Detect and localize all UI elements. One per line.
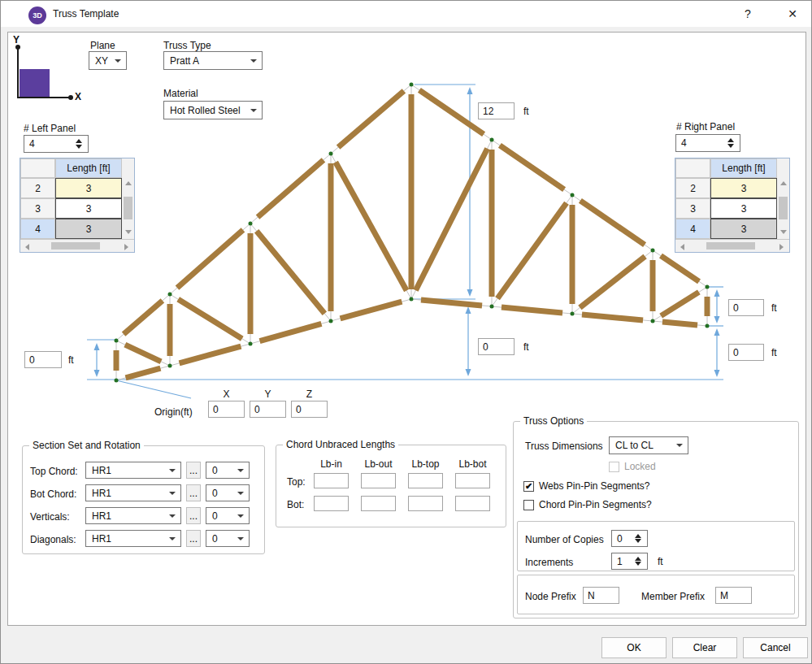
row-number-cell[interactable]: 2 xyxy=(20,178,55,198)
clear-button[interactable]: Clear xyxy=(672,637,737,658)
truss-member xyxy=(419,90,484,134)
scroll-right-icon[interactable] xyxy=(124,244,128,250)
top-lb-top-input[interactable] xyxy=(408,473,443,488)
dimension-arrowhead xyxy=(94,370,100,377)
check-icon: ✔ xyxy=(525,482,532,491)
chord-pin-pin-checkbox[interactable]: Chord Pin-Pin Segments? xyxy=(523,499,652,510)
length-cell[interactable]: 3 xyxy=(55,198,122,219)
top-lb-in-input[interactable] xyxy=(314,473,349,488)
origin-x-input[interactable] xyxy=(208,401,245,418)
top-chord-rotation-select[interactable]: 0 xyxy=(206,462,250,479)
scrollbar-thumb[interactable] xyxy=(706,242,755,250)
row-number-cell[interactable]: 4 xyxy=(675,219,710,239)
scroll-down-icon[interactable] xyxy=(125,230,132,234)
length-cell[interactable]: 3 xyxy=(710,178,777,198)
bot-chord-browse-button[interactable]: ... xyxy=(186,484,201,501)
spinner-up-icon[interactable] xyxy=(727,138,734,142)
plane-select[interactable]: XY xyxy=(89,51,127,70)
spinner-up-icon[interactable] xyxy=(76,139,82,143)
origin-y-input[interactable] xyxy=(250,401,286,418)
row-number-cell[interactable]: 4 xyxy=(20,219,55,239)
cancel-button[interactable]: Cancel xyxy=(743,637,808,658)
top-chord-section-select[interactable]: HR1 xyxy=(85,462,181,479)
top-lb-out-input[interactable] xyxy=(361,473,396,488)
spinner-down-icon[interactable] xyxy=(635,562,641,566)
scrollbar-thumb[interactable] xyxy=(124,197,132,219)
dialog-footer: OK Clear Cancel xyxy=(1,626,811,664)
member-prefix-input[interactable] xyxy=(715,587,752,604)
truss-type-select[interactable]: Pratt A xyxy=(163,51,263,70)
top-lb-bot-input[interactable] xyxy=(455,473,490,488)
diagonals-browse-button[interactable]: ... xyxy=(186,530,201,547)
verticals-rotation-select[interactable]: 0 xyxy=(206,507,250,524)
right-end-offset-input[interactable] xyxy=(728,344,764,361)
verticals-section-value: HR1 xyxy=(92,510,111,522)
vertical-scrollbar[interactable] xyxy=(122,158,134,239)
top-chord-browse-button[interactable]: ... xyxy=(186,462,201,479)
scroll-down-icon[interactable] xyxy=(780,230,787,234)
verticals-rotation-value: 0 xyxy=(212,510,218,522)
truss-dimensions-value: CL to CL xyxy=(615,440,654,451)
left-end-height-input[interactable] xyxy=(24,351,62,368)
scroll-left-icon[interactable] xyxy=(680,244,684,250)
scroll-up-icon[interactable] xyxy=(780,181,787,185)
truss-member xyxy=(180,346,241,363)
checkbox-box[interactable]: ✔ xyxy=(523,481,534,492)
increments-stepper[interactable]: 1 xyxy=(611,553,648,570)
horizontal-scrollbar[interactable] xyxy=(675,239,789,252)
scrollbar-thumb[interactable] xyxy=(779,197,788,219)
diagonals-rotation-select[interactable]: 0 xyxy=(206,530,250,547)
row-number-cell[interactable]: 3 xyxy=(20,198,55,219)
chord-pin-pin-label: Chord Pin-Pin Segments? xyxy=(539,499,652,510)
verticals-browse-button[interactable]: ... xyxy=(186,507,201,524)
spinner-down-icon[interactable] xyxy=(635,539,641,543)
origin-z-input[interactable] xyxy=(291,401,328,418)
center-offset-input[interactable] xyxy=(478,338,515,355)
checkbox-box[interactable] xyxy=(523,500,534,510)
spinner-up-icon[interactable] xyxy=(635,534,641,538)
vertical-scrollbar[interactable] xyxy=(777,158,789,239)
ok-button[interactable]: OK xyxy=(601,637,667,658)
scrollbar-thumb[interactable] xyxy=(51,242,100,250)
bot-chord-section-select[interactable]: HR1 xyxy=(85,484,181,501)
diagonals-section-value: HR1 xyxy=(92,533,111,545)
spinner-down-icon[interactable] xyxy=(76,145,82,149)
right-panel-count-stepper[interactable]: 4 xyxy=(675,134,740,152)
truss-member xyxy=(126,368,161,378)
verticals-section-select[interactable]: HR1 xyxy=(85,507,181,524)
diagonals-label: Diagonals: xyxy=(30,534,76,545)
scroll-right-icon[interactable] xyxy=(779,244,784,250)
node-prefix-input[interactable] xyxy=(583,587,619,604)
chevron-down-icon xyxy=(169,537,176,540)
length-cell[interactable]: 3 xyxy=(710,198,777,219)
scroll-left-icon[interactable] xyxy=(25,244,29,250)
origin-x-header: X xyxy=(208,388,245,400)
diagonals-section-select[interactable]: HR1 xyxy=(85,530,181,547)
material-select[interactable]: Hot Rolled Steel xyxy=(163,101,263,119)
right-end-height-input[interactable] xyxy=(728,299,764,316)
chevron-down-icon xyxy=(250,109,257,112)
scroll-up-icon[interactable] xyxy=(125,181,132,185)
webs-pin-pin-checkbox[interactable]: ✔ Webs Pin-Pin Segments? xyxy=(523,480,650,492)
bot-chord-rotation-select[interactable]: 0 xyxy=(206,484,250,501)
number-of-copies-stepper[interactable]: 0 xyxy=(611,530,648,547)
bot-lb-in-input[interactable] xyxy=(314,496,349,511)
bot-lb-out-input[interactable] xyxy=(361,496,396,511)
bot-lb-bot-input[interactable] xyxy=(455,496,490,511)
diagonals-rotation-value: 0 xyxy=(212,533,218,545)
right-panel-count-label: # Right Panel xyxy=(676,121,735,132)
spinner-up-icon[interactable] xyxy=(635,557,641,561)
truss-template-dialog: 3D Truss Template ? ✕ Y X Plane XY Truss… xyxy=(0,0,812,664)
length-cell[interactable]: 3 xyxy=(55,178,122,198)
length-cell[interactable]: 3 xyxy=(55,219,122,239)
left-panel-count-stepper[interactable]: 4 xyxy=(24,135,89,153)
chevron-down-icon xyxy=(250,59,257,63)
bot-lb-top-input[interactable] xyxy=(408,496,443,511)
spinner-down-icon[interactable] xyxy=(727,144,734,148)
length-cell[interactable]: 3 xyxy=(710,219,777,239)
horizontal-scrollbar[interactable] xyxy=(20,239,134,252)
truss-dimensions-select[interactable]: CL to CL xyxy=(609,436,688,454)
peak-height-input[interactable] xyxy=(478,102,515,119)
row-number-cell[interactable]: 2 xyxy=(675,178,710,198)
row-number-cell[interactable]: 3 xyxy=(675,198,710,219)
